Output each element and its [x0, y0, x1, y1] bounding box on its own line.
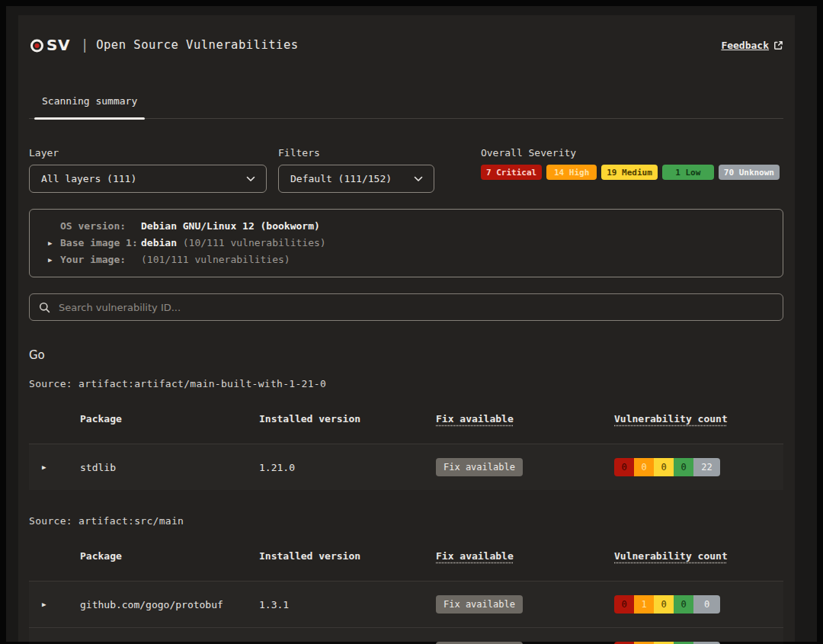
package-row-gogo-protobuf[interactable]: ▶ github.com/gogo/protobuf 1.3.1 Fix ava… [29, 581, 783, 627]
tab-active-indicator [34, 117, 145, 120]
osv-logo: SV [29, 36, 70, 54]
fix-available-badge: Fix available [436, 458, 523, 476]
table-header-row: Package Installed version Fix available … [29, 540, 783, 581]
base-image-name: debian [141, 237, 177, 248]
layer-select-value: All layers (111) [41, 173, 136, 184]
severity-badge-unknown: 70 Unknown [719, 165, 780, 180]
external-link-icon [773, 40, 783, 50]
filters-label: Filters [278, 147, 434, 159]
vulnerability-count-bar: 0 0 0 0 22 [614, 458, 720, 476]
expand-triangle-icon[interactable]: ▶ [48, 235, 60, 252]
chevron-down-icon [414, 176, 423, 182]
severity-badge-medium: 19 Medium [601, 165, 658, 180]
os-version-label: OS version: [60, 218, 141, 235]
column-header-fix-label: Fix available [436, 550, 514, 562]
column-header-version-label: Installed version [259, 413, 360, 425]
fix-available-cell: Fix available [436, 595, 614, 614]
feedback-label: Feedback [721, 40, 769, 51]
severity-badge-critical: 7 Critical [481, 165, 542, 180]
base-image-value: debian (10/111 vulnerabilities) [141, 235, 775, 252]
severity-badge-low: 1 Low [662, 165, 714, 180]
vulnerability-count-cell: 0 1 0 0 0 [614, 595, 783, 614]
severity-badges: 7 Critical 14 High 19 Medium 1 Low 70 Un… [481, 165, 780, 180]
column-header-package-label: Package [80, 550, 122, 562]
column-header-installed-version: Installed version [259, 550, 436, 562]
package-row-partial[interactable]: ▶ Fix available [29, 627, 783, 644]
source-section: Source: artifact:artifact/main-built-wit… [29, 378, 783, 490]
controls-row: Layer All layers (111) Filters Default (… [29, 147, 783, 193]
expand-triangle-icon[interactable]: ▶ [29, 601, 80, 608]
installed-version: 1.21.0 [259, 462, 436, 473]
severity-badge-high: 14 High [546, 165, 597, 180]
layer-select[interactable]: All layers (111) [29, 165, 267, 193]
count-unknown: 0 [693, 595, 720, 614]
expand-triangle-icon[interactable]: ▶ [29, 463, 80, 471]
base-image-row[interactable]: ▶ Base image 1: debian (10/111 vulnerabi… [48, 235, 775, 252]
page-title: Open Source Vulnerabilities [96, 38, 298, 52]
column-header-installed-version: Installed version [259, 413, 436, 425]
count-low: 0 [674, 458, 693, 476]
column-header-version-label: Installed version [259, 550, 360, 562]
vulnerability-search[interactable] [29, 293, 783, 321]
base-image-label: Base image 1: [60, 235, 141, 252]
filters-select-value: Default (111/152) [290, 173, 392, 184]
overall-severity: Overall Severity 7 Critical 14 High 19 M… [481, 147, 783, 180]
app-header: SV | Open Source Vulnerabilities Feedbac… [29, 36, 783, 54]
column-header-package: Package [80, 550, 259, 562]
chevron-down-icon [246, 176, 255, 182]
count-medium: 0 [654, 595, 674, 614]
column-header-package-label: Package [80, 413, 122, 425]
count-high: 0 [634, 458, 654, 476]
tab-scanning-summary-label: Scanning summary [42, 95, 137, 107]
filters-control: Filters Default (111/152) [278, 147, 434, 193]
column-header-fix-label: Fix available [436, 413, 514, 425]
column-header-count-label: Vulnerability count [614, 413, 728, 425]
vulnerability-count-bar: 0 1 0 0 0 [614, 595, 720, 614]
your-image-vuln-count: (101/111 vulnerabilities) [141, 252, 775, 268]
report-panel: SV | Open Source Vulnerabilities Feedbac… [18, 15, 795, 642]
ecosystem-heading: Go [29, 348, 783, 362]
installed-version: 1.3.1 [259, 599, 436, 610]
base-image-count [177, 237, 183, 248]
count-medium: 0 [654, 458, 674, 476]
page-background: SV | Open Source Vulnerabilities Feedbac… [6, 6, 817, 642]
layer-control: Layer All layers (111) [29, 147, 267, 193]
package-name: github.com/gogo/protobuf [80, 599, 259, 610]
table-header-row: Package Installed version Fix available … [29, 402, 783, 444]
overall-severity-label: Overall Severity [481, 147, 780, 159]
image-info-box: OS version: Debian GNU/Linux 12 (bookwor… [29, 209, 783, 277]
column-header-package: Package [80, 413, 259, 425]
package-table: Package Installed version Fix available … [29, 540, 783, 644]
layer-label: Layer [29, 147, 267, 159]
osv-logo-text: SV [46, 36, 70, 54]
your-image-row[interactable]: ▶ Your image: (101/111 vulnerabilities) [48, 252, 775, 268]
fix-available-cell: Fix available [436, 458, 614, 476]
column-header-vulnerability-count: Vulnerability count [614, 413, 783, 425]
count-critical: 0 [614, 458, 634, 476]
column-header-fix-available: Fix available [436, 550, 614, 562]
your-image-label: Your image: [60, 252, 141, 268]
column-header-fix-available: Fix available [436, 413, 614, 425]
tab-scanning-summary[interactable]: Scanning summary [29, 88, 150, 118]
source-path: Source: artifact:artifact/main-built-wit… [29, 378, 783, 389]
expand-triangle-icon[interactable]: ▶ [48, 252, 60, 268]
vulnerability-count-cell: 0 0 0 0 22 [614, 458, 783, 476]
count-unknown: 22 [693, 458, 720, 476]
feedback-link[interactable]: Feedback [721, 40, 783, 51]
base-image-vuln-count: (10/111 vulnerabilities) [183, 237, 326, 248]
source-path: Source: artifact:src/main [29, 515, 783, 527]
tab-bar: Scanning summary [29, 88, 783, 119]
search-input[interactable] [57, 301, 773, 314]
package-name: stdlib [80, 462, 259, 473]
count-critical: 0 [614, 595, 634, 614]
count-high: 1 [634, 595, 654, 614]
title-separator: | [81, 37, 88, 53]
search-icon [39, 302, 50, 313]
package-table: Package Installed version Fix available … [29, 402, 783, 490]
column-header-count-label: Vulnerability count [614, 550, 728, 562]
fix-available-badge: Fix available [436, 595, 523, 614]
column-header-vulnerability-count: Vulnerability count [614, 550, 783, 562]
os-version-value: Debian GNU/Linux 12 (bookworm) [141, 218, 775, 235]
package-row-stdlib[interactable]: ▶ stdlib 1.21.0 Fix available 0 0 0 0 22 [29, 444, 783, 490]
filters-select[interactable]: Default (111/152) [278, 165, 434, 193]
